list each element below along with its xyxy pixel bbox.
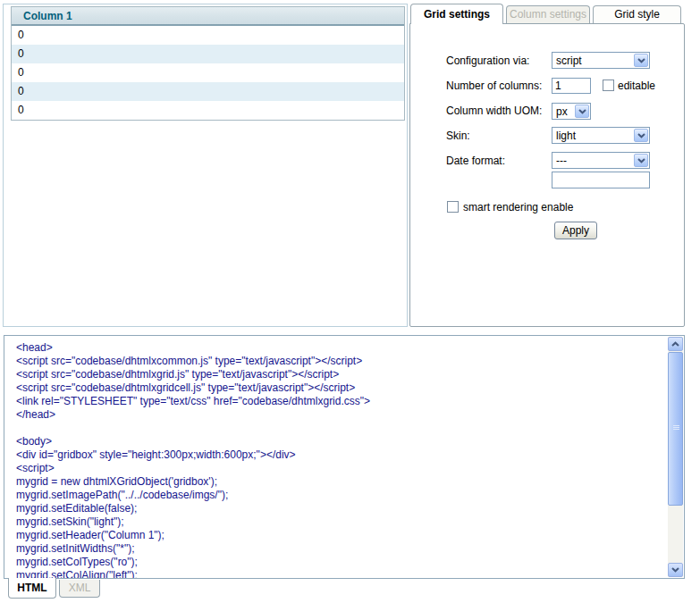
grid-row[interactable]: 0 (12, 101, 404, 120)
code-line: mygrid.setImagePath("../../codebase/imgs… (16, 489, 664, 502)
vertical-scrollbar[interactable] (668, 337, 683, 577)
grid-preview-panel: Column 1 0 0 0 0 0 (3, 4, 408, 327)
grid-cell-value: 0 (18, 29, 24, 41)
grid-settings-form: Configuration via: script Number of colu… (409, 23, 685, 327)
date-format-value: --- (556, 154, 567, 168)
grid-cell-value: 0 (18, 47, 24, 60)
smart-rendering-label: smart rendering enable (463, 201, 573, 214)
scrollbar-thumb[interactable] (668, 352, 683, 506)
chevron-down-icon[interactable] (634, 54, 648, 67)
skin-select[interactable]: light (552, 127, 650, 144)
code-line: mygrid.setSkin("light"); (16, 515, 664, 529)
number-of-columns-label: Number of columns: (446, 80, 542, 92)
grid-cell-value: 0 (18, 104, 24, 116)
tab-grid-style[interactable]: Grid style (593, 5, 681, 23)
grid-column-header[interactable]: Column 1 (12, 7, 404, 26)
code-line: <script src="codebase/dhtmlxcommon.js" t… (16, 355, 664, 368)
code-line: mygrid.setColTypes("ro"); (16, 556, 664, 569)
code-line: <script> (16, 462, 664, 475)
date-format-select[interactable]: --- (552, 152, 650, 169)
configuration-via-value: script (556, 54, 582, 68)
grid-row[interactable]: 0 (12, 63, 404, 82)
date-format-label: Date format: (446, 155, 505, 167)
code-line: <head> (16, 341, 664, 355)
chevron-down-icon[interactable] (575, 105, 589, 118)
column-width-uom-label: Column width UOM: (446, 105, 542, 117)
code-line: mygrid.setHeader("Column 1"); (16, 529, 664, 542)
grid-row[interactable]: 0 (12, 26, 404, 45)
code-line: mygrid = new dhtmlXGridObject('gridbox')… (16, 475, 664, 489)
number-of-columns-input[interactable] (552, 78, 591, 94)
tab-column-settings[interactable]: Column settings (506, 5, 590, 23)
scroll-down-button[interactable] (668, 563, 683, 577)
configuration-via-select[interactable]: script (552, 52, 650, 69)
chevron-down-icon[interactable] (634, 129, 648, 142)
code-line: mygrid.setInitWidths("*"); (16, 542, 664, 556)
code-line: mygrid.setEditable(false); (16, 502, 664, 515)
tab-xml[interactable]: XML (59, 580, 100, 598)
dhtmlx-grid-configurator: Column 1 0 0 0 0 0 Grid settings Column … (0, 0, 700, 603)
grid-rows: 0 0 0 0 0 (12, 26, 404, 120)
scroll-up-button[interactable] (668, 337, 683, 351)
grid-cell-value: 0 (18, 66, 24, 79)
grid-row[interactable]: 0 (12, 82, 404, 101)
code-line (16, 422, 664, 435)
code-line: <div id="gridbox" style="height:300px;wi… (16, 448, 664, 462)
code-content[interactable]: <head> <script src="codebase/dhtmlxcommo… (16, 341, 664, 579)
scrollbar-grip-icon (673, 425, 679, 431)
configuration-via-label: Configuration via: (446, 54, 529, 67)
tab-html[interactable]: HTML (8, 578, 56, 599)
editable-label: editable (618, 80, 655, 92)
skin-value: light (556, 129, 576, 143)
code-line: <script src="codebase/dhtmlxgridcell.js"… (16, 381, 664, 395)
code-line: mygrid.setColAlign("left"); (16, 569, 664, 579)
tab-grid-settings[interactable]: Grid settings (410, 4, 503, 24)
date-format-custom-input[interactable] (552, 172, 650, 188)
code-line: <link rel="STYLESHEET" type="text/css" h… (16, 395, 664, 408)
code-line: <body> (16, 435, 664, 448)
column-width-uom-value: px (556, 105, 568, 119)
smart-rendering-checkbox[interactable] (447, 201, 459, 213)
column-width-uom-select[interactable]: px (552, 103, 591, 120)
settings-panel: Grid settings Column settings Grid style… (409, 4, 685, 327)
code-line: <script src="codebase/dhtmlxgrid.js" typ… (16, 368, 664, 381)
chevron-down-icon[interactable] (634, 154, 648, 167)
editable-checkbox[interactable] (603, 80, 614, 91)
grid-preview: Column 1 0 0 0 0 0 (11, 6, 405, 121)
code-viewer: <head> <script src="codebase/dhtmlxcommo… (4, 335, 685, 579)
code-line: </head> (16, 408, 664, 422)
apply-button[interactable]: Apply (554, 222, 597, 239)
grid-row[interactable]: 0 (12, 45, 404, 63)
skin-label: Skin: (446, 130, 470, 142)
grid-cell-value: 0 (18, 85, 24, 97)
